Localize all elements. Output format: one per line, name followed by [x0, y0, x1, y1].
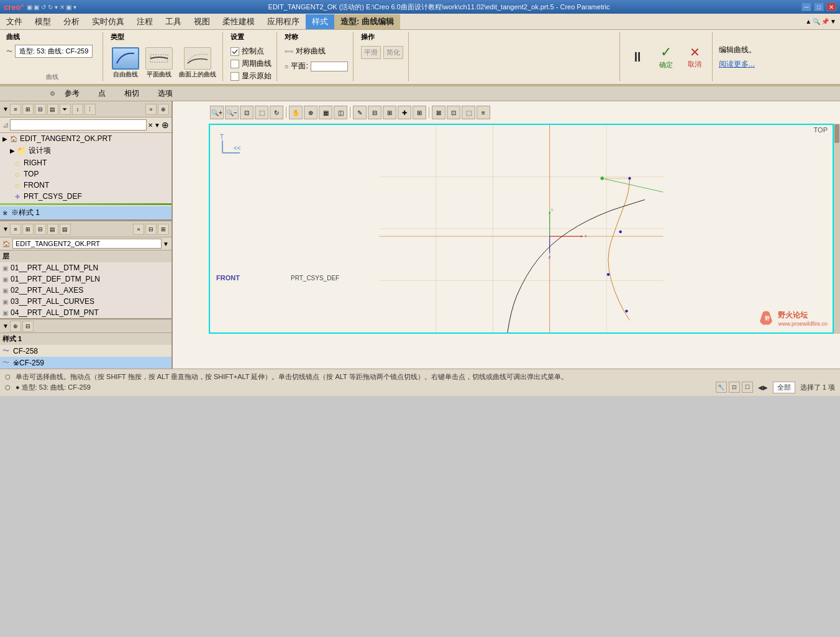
nav-down[interactable]: ▼	[830, 18, 836, 25]
restore-button[interactable]: □	[814, 2, 824, 11]
read-more-link[interactable]: 阅读更多...	[719, 60, 755, 68]
panel-toggle[interactable]: ▼	[2, 106, 9, 112]
vp-btn-orient[interactable]: ⊕	[304, 106, 317, 119]
vp-btn-edit[interactable]: ✎	[353, 106, 367, 119]
pause-button[interactable]: ⏸	[625, 46, 650, 68]
tree-root[interactable]: ▶ 🏠 EDIT_TANGENT2_OK.PRT	[0, 133, 171, 144]
simplify-button[interactable]: 简化	[383, 46, 403, 59]
type-flat-curve[interactable]: 平面曲线	[144, 46, 174, 80]
subtab-tangent[interactable]: 相切	[115, 86, 148, 101]
type-free-curve[interactable]: 自由曲线	[111, 46, 140, 80]
close-button[interactable]: ✕	[826, 2, 836, 11]
minimize-button[interactable]: ─	[801, 2, 811, 11]
nav-search[interactable]: 🔍	[813, 18, 820, 25]
vp-btn-more1[interactable]: ⊠	[432, 106, 445, 119]
smooth-button[interactable]: 平滑	[361, 46, 381, 59]
menu-tools[interactable]: 工具	[159, 14, 188, 29]
status-btn-1[interactable]: 🔧	[716, 382, 727, 393]
subtab-icon[interactable]: ⚙	[50, 90, 55, 97]
filter-dropdown[interactable]: ▼	[154, 122, 160, 129]
periodic-option[interactable]: 周期曲线	[231, 58, 272, 69]
vp-btn-grid[interactable]: ⊞	[413, 106, 426, 119]
layer-curves[interactable]: ▣ 03__PRT_ALL_CURVES	[0, 296, 171, 307]
layer-def-pln[interactable]: ▣ 01__PRT_DEF_DTM_PLN	[0, 273, 171, 285]
periodic-checkbox[interactable]	[231, 60, 239, 68]
layer-dtm-pln1[interactable]: ▣ 01__PRT_ALL_DTM_PLN	[0, 262, 171, 273]
nav-up[interactable]: ▲	[805, 18, 811, 25]
menu-file[interactable]: 文件	[0, 14, 29, 29]
tree-right[interactable]: ◇ RIGHT	[0, 157, 171, 168]
scrollbar-thumb[interactable]	[834, 124, 839, 143]
vp-btn-more3[interactable]: ⬚	[462, 106, 475, 119]
panel-btn-sort[interactable]: ↕	[72, 104, 83, 115]
lower-btn-r2[interactable]: ⊟	[145, 224, 157, 235]
vp-btn-pan[interactable]: ✋	[289, 106, 303, 119]
subtab-reference[interactable]: 参考	[55, 86, 89, 101]
curve-cf258[interactable]: 〜 CF-258	[0, 345, 171, 357]
vp-btn-more4[interactable]: ≡	[477, 106, 490, 119]
menu-annotation[interactable]: 注程	[130, 14, 159, 29]
sym-curve-option[interactable]: ⟺ 对称曲线	[285, 46, 348, 57]
tree-design[interactable]: ▶ 📁 设计项	[0, 144, 171, 157]
nav-pin[interactable]: 📌	[821, 18, 829, 25]
lower-dropdown[interactable]: ▼	[163, 241, 169, 247]
style-btn1[interactable]: ⊕	[10, 321, 21, 332]
panel-btn-filter[interactable]: ⏷	[60, 104, 71, 115]
menu-analysis[interactable]: 分析	[57, 14, 86, 29]
lower-btn4[interactable]: ▤	[47, 224, 58, 235]
lower-btn-r3[interactable]: ⊞	[158, 224, 169, 235]
cancel-button[interactable]: ✕ 取消	[682, 46, 707, 68]
tree-style1[interactable]: ※ ※样式 1	[0, 206, 171, 219]
lower-toggle[interactable]: ▼	[2, 226, 9, 232]
vp-btn-zoom-in[interactable]: 🔍+	[210, 106, 224, 119]
lower-btn1[interactable]: ≡	[10, 224, 21, 235]
subtab-options[interactable]: 选项	[148, 86, 182, 101]
menu-flex[interactable]: 柔性建模	[216, 14, 261, 29]
panel-btn-r2[interactable]: ⊕	[158, 104, 169, 115]
layer-pnt[interactable]: ▣ 04__PRT_ALL_DTM_PNT	[0, 307, 171, 318]
vp-btn-rotate[interactable]: ↻	[270, 106, 283, 119]
subtab-point[interactable]: 点	[89, 86, 115, 101]
all-filter[interactable]: 全部	[773, 382, 795, 393]
status-arrows[interactable]: ◀▶	[758, 384, 768, 391]
vp-btn-zoom-out[interactable]: 🔍−	[225, 106, 239, 119]
flat-input[interactable]	[311, 62, 348, 71]
panel-btn-r1[interactable]: »	[145, 104, 157, 115]
menu-simulation[interactable]: 实时仿真	[86, 14, 130, 29]
panel-btn-list1[interactable]: ≡	[10, 104, 21, 115]
tree-csys[interactable]: ✚ PRT_CSYS_DEF	[0, 191, 171, 202]
control-point-option[interactable]: 控制点	[231, 46, 272, 57]
panel-btn-list2[interactable]: ⊞	[22, 104, 34, 115]
panel-btn-cols[interactable]: ⋮	[84, 104, 96, 115]
show-origin-option[interactable]: 显示原始	[231, 71, 272, 81]
style-toggle[interactable]: ▼	[2, 323, 9, 329]
tree-top[interactable]: ◇ TOP	[0, 168, 171, 180]
curve-cf259[interactable]: 〜 ※CF-259	[0, 357, 171, 369]
vp-btn-axes[interactable]: ✚	[398, 106, 411, 119]
lower-btn2[interactable]: ⊞	[22, 224, 34, 235]
layer-axes[interactable]: ▣ 02__PRT_ALL_AXES	[0, 285, 171, 296]
style-btn2[interactable]: ⊟	[22, 321, 34, 332]
vp-btn-view2[interactable]: ◫	[334, 106, 347, 119]
panel-btn-list3[interactable]: ⊟	[35, 104, 46, 115]
type-surface-curve[interactable]: 曲面上的曲线	[178, 46, 217, 80]
lower-btn-r1[interactable]: »	[133, 224, 144, 235]
vp-btn-view1[interactable]: ▦	[319, 106, 332, 119]
curve-selector[interactable]: 造型: 53: 曲线: CF-259	[15, 45, 93, 58]
menu-apps[interactable]: 应用程序	[261, 14, 306, 29]
filter-clear[interactable]: ✕	[148, 122, 153, 129]
lower-model-input[interactable]: EDIT_TANGENT2_OK.PRT	[12, 239, 162, 249]
origin-checkbox[interactable]	[231, 72, 239, 81]
tree-front[interactable]: ◇ FRONT	[0, 180, 171, 191]
menu-curve-edit[interactable]: 造型: 曲线编辑	[334, 14, 400, 29]
vp-btn-dim[interactable]: ⊟	[368, 106, 381, 119]
vp-btn-datum[interactable]: ⊞	[383, 106, 396, 119]
filter-input[interactable]	[10, 119, 147, 131]
panel-btn-list4[interactable]: ▤	[47, 104, 58, 115]
status-btn-3[interactable]: ☐	[742, 382, 753, 393]
confirm-button[interactable]: ✓ 确定	[654, 46, 678, 68]
menu-style[interactable]: 样式	[306, 14, 334, 29]
lower-btn5[interactable]: ▤	[60, 224, 71, 235]
status-btn-2[interactable]: ⊡	[729, 382, 740, 393]
vp-btn-fit[interactable]: ⊡	[240, 106, 253, 119]
